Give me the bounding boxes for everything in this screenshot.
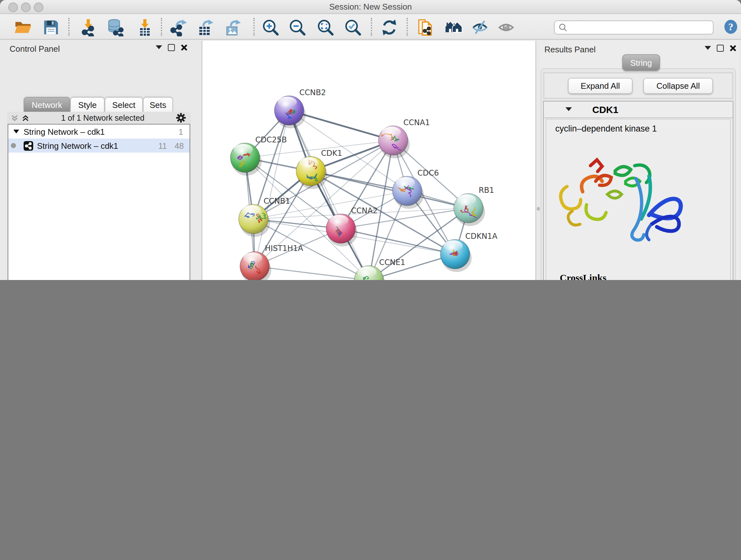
network-edge xyxy=(289,111,369,280)
network-node-count: 11 xyxy=(158,141,167,150)
network-edge xyxy=(255,111,289,266)
network-edge-count: 48 xyxy=(175,141,184,150)
node-label: CDKN1A xyxy=(465,232,497,241)
tree-expand-icon[interactable] xyxy=(13,130,19,133)
svg-text:?: ? xyxy=(728,21,733,33)
tab-string[interactable]: String xyxy=(622,54,660,71)
entry-divider xyxy=(544,118,733,118)
network-label: String Network – cdk1 xyxy=(37,141,158,150)
share-document-icon[interactable] xyxy=(416,18,434,37)
crosslinks-title: CrossLinks xyxy=(560,273,606,280)
collection-label: String Network – cdk1 xyxy=(23,127,179,136)
network-tree: String Network – cdk1 1 String Network –… xyxy=(8,124,190,280)
gear-icon[interactable] xyxy=(176,113,186,123)
collection-count: 1 xyxy=(179,127,183,136)
network-node-CCNB1[interactable]: CCNB1 xyxy=(239,197,290,237)
network-node-RB1[interactable]: RB1 xyxy=(454,186,494,226)
panel-menu-icon[interactable] xyxy=(704,46,711,51)
node-label: CCNE1 xyxy=(379,258,405,267)
network-list-header: 1 of 1 Network selected xyxy=(7,112,191,124)
string-network-icon xyxy=(23,141,33,150)
open-session-icon[interactable] xyxy=(14,18,32,37)
help-icon[interactable]: ? xyxy=(723,19,738,35)
main-toolbar: ? xyxy=(0,14,741,40)
network-edge xyxy=(255,266,369,280)
collapse-all-icon[interactable] xyxy=(11,114,18,122)
export-table-icon[interactable] xyxy=(197,18,214,37)
network-status-dot xyxy=(11,143,16,148)
control-panel-tabs: NetworkStyleSelectSets xyxy=(23,97,173,112)
gene-entry-body: cyclin–dependent kinase 1 CrossLinks xyxy=(546,119,731,280)
show-eye-icon[interactable] xyxy=(497,18,515,37)
network-edge xyxy=(311,171,468,208)
import-table-icon[interactable] xyxy=(136,18,154,37)
tab-style[interactable]: Style xyxy=(70,97,105,112)
export-image-icon[interactable] xyxy=(224,18,242,37)
refresh-icon[interactable] xyxy=(381,18,398,37)
search-input[interactable] xyxy=(554,20,714,35)
gene-title: CDK1 xyxy=(592,104,618,115)
control-panel-title: Control Panel xyxy=(10,44,60,54)
network-canvas[interactable]: CCNB2CCNA1CDC25BCDK1CDC6RB1CCNB1CCNA2CDK… xyxy=(202,41,536,280)
zoom-fit-icon[interactable] xyxy=(317,18,334,37)
toolbar-separator xyxy=(68,18,70,36)
toolbar-separator xyxy=(407,18,408,36)
results-panel-title: Results Panel xyxy=(544,45,596,54)
protein-structure-image xyxy=(553,152,689,250)
node-label: CCNA2 xyxy=(351,206,378,215)
network-node-CCNE1[interactable]: CCNE1 xyxy=(354,258,405,280)
network-node-CCNB2[interactable]: CCNB2 xyxy=(274,88,326,128)
home-pages-icon[interactable] xyxy=(445,18,463,37)
application-window: Session: New Session ? Control Panel xyxy=(0,0,741,280)
tab-sets[interactable]: Sets xyxy=(143,97,173,112)
node-label: CDC6 xyxy=(417,169,439,178)
save-session-icon[interactable] xyxy=(42,18,60,37)
network-node-CDKN1A[interactable]: CDKN1A xyxy=(441,232,497,272)
search-icon xyxy=(558,23,567,32)
panel-close-icon[interactable] xyxy=(181,44,188,51)
zoom-selected-icon[interactable] xyxy=(344,18,362,37)
panel-menu-icon[interactable] xyxy=(156,45,162,50)
window-title: Session: New Session xyxy=(0,2,741,11)
hide-selected-icon[interactable] xyxy=(471,18,489,37)
gene-description: cyclin–dependent kinase 1 xyxy=(555,124,657,133)
node-label: CDC25B xyxy=(255,135,287,144)
node-label: CDK1 xyxy=(321,149,342,158)
toolbar-separator xyxy=(253,18,255,36)
toolbar-separator xyxy=(161,18,162,36)
entry-collapse-icon[interactable] xyxy=(565,107,572,112)
network-node-CCNA1[interactable]: CCNA1 xyxy=(379,118,430,159)
vertical-splitter-handle[interactable] xyxy=(537,207,540,211)
expand-all-button[interactable]: Expand All xyxy=(568,78,632,94)
network-selected-status: 1 of 1 Network selected xyxy=(29,113,176,122)
tab-network[interactable]: Network xyxy=(23,97,70,112)
zoom-in-icon[interactable] xyxy=(262,18,280,37)
network-node-CDC6[interactable]: CDC6 xyxy=(393,169,439,209)
node-label: CCNA1 xyxy=(403,118,430,127)
node-label: CCNB2 xyxy=(299,88,326,97)
node-label: HIST1H1A xyxy=(265,244,304,253)
network-node-CDK1[interactable]: CDK1 xyxy=(296,149,342,189)
control-panel: Control Panel NetworkStyleSelectSets 1 o… xyxy=(0,39,201,280)
collapse-all-button[interactable]: Collapse All xyxy=(643,78,713,94)
window-titlebar: Session: New Session xyxy=(0,0,741,14)
expand-all-icon[interactable] xyxy=(22,114,29,122)
import-network-icon[interactable] xyxy=(79,18,97,37)
tab-select[interactable]: Select xyxy=(105,97,143,112)
zoom-out-icon[interactable] xyxy=(288,18,307,37)
panel-float-icon[interactable] xyxy=(168,44,175,51)
network-node-CDC25B[interactable]: CDC25B xyxy=(230,135,287,176)
panel-float-icon[interactable] xyxy=(717,45,724,52)
import-network-from-database-icon[interactable] xyxy=(107,18,125,37)
export-network-icon[interactable] xyxy=(170,18,188,37)
network-row[interactable]: String Network – cdk1 11 48 xyxy=(8,138,190,152)
network-node-HIST1H1A[interactable]: HIST1H1A xyxy=(240,244,304,280)
panel-close-icon[interactable] xyxy=(730,45,737,52)
node-label: CCNB1 xyxy=(264,197,290,206)
node-label: RB1 xyxy=(479,186,494,195)
network-collection-row[interactable]: String Network – cdk1 1 xyxy=(8,125,190,138)
toolbar-separator xyxy=(371,18,372,36)
